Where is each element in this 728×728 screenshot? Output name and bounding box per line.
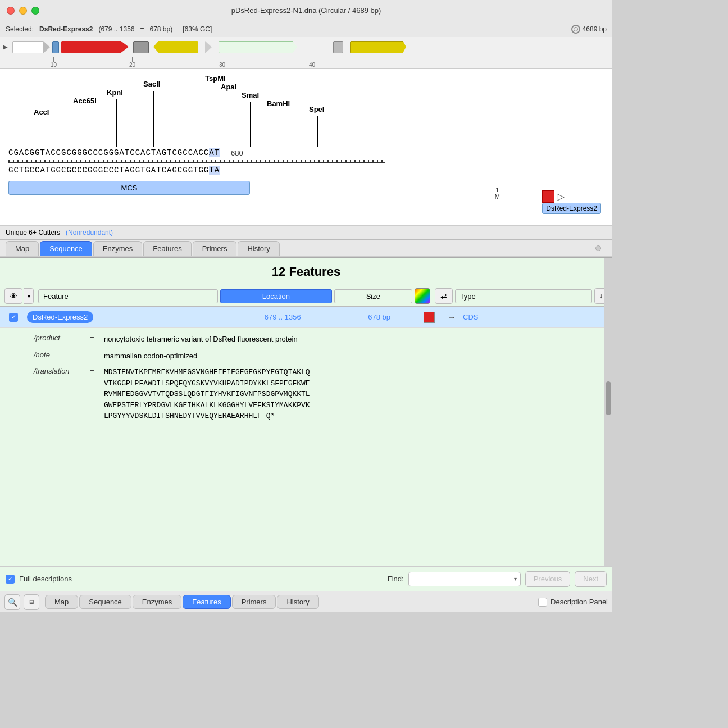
range-equals: = [140,25,144,33]
bottom-tab-features[interactable]: Features [183,595,230,609]
bottom-search-button[interactable]: 🔍 [4,594,20,610]
previous-button[interactable]: Previous [525,571,571,587]
swap-arrows-icon: ⇄ [440,292,447,301]
accI-line [47,119,47,147]
feat-small-gray[interactable] [333,41,343,53]
tab-map[interactable]: Map [6,241,39,256]
scrollbar-track[interactable] [604,258,612,566]
desc-panel-text: Description Panel [550,598,608,606]
eye-button[interactable]: 👁 [4,288,22,304]
enzyme-BamHI: BamHI [267,99,290,108]
desc-panel-label: Description Panel [538,598,608,607]
selection-bar: Selected: DsRed-Express2 (679 .. 1356 = … [0,21,612,37]
desc-panel-checkbox[interactable] [538,598,547,607]
feat-long-white[interactable] [219,41,297,53]
product-label: /product [34,334,90,342]
feat-red-arrow[interactable] [61,41,129,53]
bottom-tab-history[interactable]: History [277,595,319,609]
selected-label: Selected: [6,25,34,33]
features-panel: 12 Features 👁 ▾ Feature Location Size [0,258,612,566]
nonredundant-label: (Nonredundant) [66,229,113,236]
col-location-header[interactable]: Location [220,289,332,303]
sort-icon: ↓ [599,292,603,300]
seq-top: CGACGGTACCGCGGGCCCGGGATCCACTAGTCGCCACCAT [8,147,220,159]
bottom-view-icon: ⊟ [29,599,34,605]
bottom-view-button[interactable]: ⊟ [24,594,39,610]
mcs-bar: MCS [8,181,250,195]
enzyme-Acc65I: Acc65I [73,97,97,105]
tab-history[interactable]: History [238,241,279,256]
note-label: /note [34,351,90,359]
note-value: mammalian codon-optimized [104,351,197,362]
feat-yellow-right[interactable] [350,41,406,53]
seq-ruler [8,160,385,163]
close-button[interactable] [7,7,15,15]
pos-m-number: 1 [495,186,500,193]
col-type-header: Type [455,289,592,303]
tab-dot [595,245,601,251]
maximize-button[interactable] [31,7,39,15]
gene-name: DsRed-Express2 [39,25,93,33]
location-header-label: Location [262,292,290,301]
scrollbar-thumb[interactable] [606,381,611,415]
color-header-button[interactable] [415,288,430,304]
bottom-tab-enzymes[interactable]: Enzymes [133,595,181,609]
bottom-tab-map[interactable]: Map [45,595,78,609]
feat-white-block[interactable] [12,41,43,53]
feature-color-swatch[interactable] [424,312,435,323]
find-dropdown-arrow[interactable]: ▾ [514,576,517,582]
ann-label: DsRed-Express2 [542,203,601,214]
feature-name-badge[interactable]: DsRed-Express2 [27,311,93,323]
ruler-ticks: 10 20 30 40 [6,57,607,68]
tab-enzymes[interactable]: Enzymes [93,241,142,256]
feature-header-label: Feature [43,292,69,301]
sequence-area: AccI Acc65I KpnI SacII TspMI ApaI SmaI B… [0,69,612,226]
enzyme-ApaI: ApaI [221,83,236,91]
full-desc-checkbox[interactable]: ✓ [6,575,15,584]
bottom-search-icon: 🔍 [8,598,17,607]
feat-gray-box[interactable] [133,41,149,53]
translation-value: MDSTENVIKPFMRFKVHMEGSVNGHEFEIEGEGEGKPYEG… [104,367,310,422]
enzyme-SpeI: SpeI [309,105,324,113]
feat-blue-small[interactable] [52,41,59,53]
ruler-30: 30 [219,57,225,68]
dropdown-arrow-icon: ▾ [28,293,30,299]
tab-primers[interactable]: Primers [193,241,237,256]
dropdown-arrow-button[interactable]: ▾ [24,288,34,304]
bottom-tab-sequence[interactable]: Sequence [79,595,131,609]
feature-size: 678 bp [368,313,390,321]
ann-arrow: ▷ [557,190,565,203]
total-bp: 4689 bp [583,25,607,33]
find-input-container[interactable]: ▾ [408,572,521,586]
top-section: AccI Acc65I KpnI SacII TspMI ApaI SmaI B… [0,69,612,258]
feature-row-dsred[interactable]: ✓ DsRed-Express2 679 .. 1356 678 bp → [0,307,612,328]
find-input[interactable] [413,575,515,583]
next-button[interactable]: Next [575,571,607,587]
bottom-section: 12 Features 👁 ▾ Feature Location Size [0,258,612,612]
direction-header-button[interactable]: ⇄ [435,288,453,304]
pos-m-letter: M [495,193,500,200]
translation-row: /translation = MDSTENVIKPFMRFKVHMEGSVNGH… [34,367,579,422]
find-label: Find: [388,575,404,583]
tab-sequence[interactable]: Sequence [40,241,92,256]
enzyme-labels: AccI Acc65I KpnI SacII TspMI ApaI SmaI B… [8,74,604,147]
direction-arrow: → [447,312,456,322]
feat-yellow-left[interactable] [153,41,198,53]
enzyme-SacII: SacII [143,80,160,88]
map-toolbar: ▶ [0,37,612,57]
play-icon[interactable]: ▶ [3,44,8,50]
minimize-button[interactable] [19,7,27,15]
ruler-10: 10 [51,57,57,68]
feature-type: CDS [463,313,478,321]
total-bp-area: 4689 bp [571,25,607,34]
feature-checkbox[interactable]: ✓ [9,313,18,322]
bottom-tab-primers[interactable]: Primers [232,595,276,609]
sacII-line [153,91,154,147]
bottom-tab-bar: 🔍 ⊟ Map Sequence Enzymes Features Primer… [0,591,612,612]
product-equals: = [90,334,104,342]
note-equals: = [90,351,104,359]
description-area: /product = noncytotoxic tetrameric varia… [0,328,612,433]
tab-features[interactable]: Features [143,241,191,256]
product-value: noncytotoxic tetrameric variant of DsRed… [104,334,298,345]
tspMI-line [221,85,221,147]
